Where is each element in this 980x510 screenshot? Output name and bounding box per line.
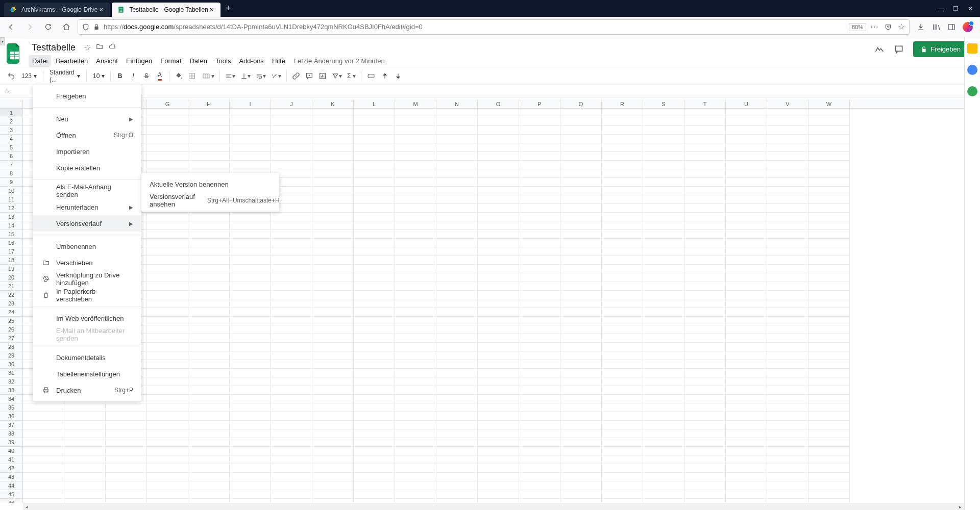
cell[interactable] — [726, 247, 767, 256]
cell[interactable] — [230, 360, 271, 369]
cell[interactable] — [354, 429, 395, 438]
activity-icon[interactable] — [874, 44, 885, 55]
cell[interactable] — [643, 455, 684, 464]
cell[interactable] — [188, 291, 230, 299]
cell[interactable] — [767, 490, 808, 499]
row-header[interactable]: 11 — [0, 195, 23, 204]
cell[interactable] — [684, 273, 726, 282]
cell[interactable] — [602, 325, 643, 334]
back-button[interactable] — [4, 20, 18, 34]
menu-datei[interactable]: Datei — [29, 55, 51, 67]
cell[interactable] — [478, 109, 519, 117]
cell[interactable] — [602, 403, 643, 412]
cell[interactable] — [312, 351, 354, 360]
cell[interactable] — [560, 490, 602, 499]
cell[interactable] — [767, 377, 808, 386]
cell[interactable] — [767, 473, 808, 481]
cell[interactable] — [726, 169, 767, 178]
cell[interactable] — [560, 325, 602, 334]
cell[interactable] — [519, 499, 560, 503]
cell[interactable] — [684, 473, 726, 481]
cell[interactable] — [395, 247, 436, 256]
halign-button[interactable]: ▾ — [223, 69, 237, 83]
cell[interactable] — [560, 499, 602, 503]
zoom-indicator[interactable]: 80% — [849, 23, 866, 31]
cell[interactable] — [147, 499, 188, 503]
cell[interactable] — [643, 291, 684, 299]
cell[interactable] — [106, 455, 147, 464]
cell[interactable] — [106, 473, 147, 481]
cell[interactable] — [560, 247, 602, 256]
menu-verknuepfung[interactable]: Verknüpfung zu Drive hinzufügen — [33, 271, 141, 287]
cell[interactable] — [271, 126, 312, 135]
cell[interactable] — [767, 187, 808, 195]
row-header[interactable]: 24 — [0, 308, 23, 317]
cell[interactable] — [354, 273, 395, 282]
cell[interactable] — [230, 473, 271, 481]
cell[interactable] — [602, 265, 643, 273]
cell[interactable] — [643, 247, 684, 256]
cell[interactable] — [395, 178, 436, 187]
cell[interactable] — [188, 490, 230, 499]
cell[interactable] — [808, 126, 850, 135]
cell[interactable] — [354, 230, 395, 239]
cell[interactable] — [147, 395, 188, 403]
row-header[interactable]: 45 — [0, 490, 23, 499]
cell[interactable] — [602, 291, 643, 299]
cell[interactable] — [271, 230, 312, 239]
cell[interactable] — [767, 447, 808, 455]
cell[interactable] — [560, 117, 602, 126]
cell[interactable] — [354, 343, 395, 351]
cell[interactable] — [354, 204, 395, 213]
cell[interactable] — [354, 351, 395, 360]
cell[interactable] — [602, 317, 643, 325]
comments-icon[interactable] — [894, 44, 904, 55]
cell[interactable] — [436, 299, 478, 308]
cell[interactable] — [395, 412, 436, 421]
doc-title[interactable]: Testtabelle — [29, 41, 79, 54]
cell[interactable] — [808, 403, 850, 412]
cell[interactable] — [726, 377, 767, 386]
cell[interactable] — [560, 273, 602, 282]
filter-button[interactable]: ▾ — [330, 69, 344, 83]
cell[interactable] — [643, 282, 684, 291]
cell[interactable] — [271, 386, 312, 395]
cell[interactable] — [560, 360, 602, 369]
row-header[interactable]: 35 — [0, 403, 23, 412]
cell[interactable] — [230, 386, 271, 395]
cell[interactable] — [560, 429, 602, 438]
cell[interactable] — [684, 239, 726, 247]
cell[interactable] — [188, 126, 230, 135]
cell[interactable] — [395, 282, 436, 291]
cell[interactable] — [395, 291, 436, 299]
cell[interactable] — [808, 152, 850, 161]
cell[interactable] — [767, 386, 808, 395]
reader-icon[interactable]: ⋯ — [870, 22, 878, 32]
cell[interactable] — [271, 395, 312, 403]
cell[interactable] — [354, 247, 395, 256]
cell[interactable] — [560, 239, 602, 247]
cell[interactable] — [519, 299, 560, 308]
column-header[interactable]: V — [767, 99, 808, 108]
cell[interactable] — [354, 386, 395, 395]
link-button[interactable] — [290, 69, 302, 83]
cell[interactable] — [767, 273, 808, 282]
cell[interactable] — [312, 204, 354, 213]
cell[interactable] — [519, 109, 560, 117]
cell[interactable] — [767, 256, 808, 265]
cell[interactable] — [312, 360, 354, 369]
cell[interactable] — [643, 386, 684, 395]
cell[interactable] — [23, 455, 64, 464]
cell[interactable] — [312, 386, 354, 395]
column-header[interactable]: H — [188, 99, 230, 108]
cell[interactable] — [519, 143, 560, 152]
cell[interactable] — [684, 213, 726, 221]
cell[interactable] — [436, 161, 478, 169]
grid-body[interactable]: 1234567891011121314151617181920212223242… — [0, 109, 964, 503]
cell[interactable] — [436, 169, 478, 178]
cell[interactable] — [395, 386, 436, 395]
cell[interactable] — [808, 395, 850, 403]
cell[interactable] — [767, 143, 808, 152]
column-header[interactable]: Q — [560, 99, 602, 108]
cell[interactable] — [395, 299, 436, 308]
